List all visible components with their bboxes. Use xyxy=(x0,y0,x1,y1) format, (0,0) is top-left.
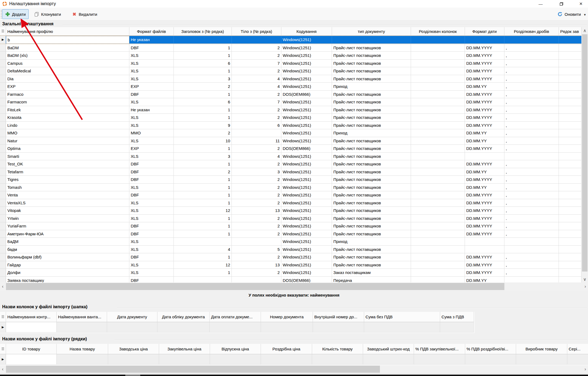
table-cell[interactable]: 2 xyxy=(232,253,281,261)
table-cell[interactable]: Прайс-лист поставщиков xyxy=(332,207,411,215)
table-cell[interactable] xyxy=(411,129,465,137)
table-cell[interactable]: DD.MM.YYYY xyxy=(465,269,504,277)
table-cell[interactable]: Windows(1251) xyxy=(281,83,332,91)
table-cell[interactable] xyxy=(559,261,581,269)
table-cell[interactable] xyxy=(411,36,465,44)
table-cell[interactable]: DD.MM.YY xyxy=(465,137,504,145)
table-cell[interactable]: Windows(1251) xyxy=(281,253,332,261)
table-cell[interactable]: 2 xyxy=(232,160,281,168)
profiles-grid-hscrollbar[interactable]: ‹ › xyxy=(0,282,588,291)
table-cell[interactable]: 4 xyxy=(232,153,281,161)
row-indicator[interactable] xyxy=(0,91,6,98)
table-cell[interactable]: Windows(1251) xyxy=(281,67,332,75)
table-cell[interactable] xyxy=(411,98,465,106)
table-row[interactable]: FarmacoDBF12DOS(OEM866)Прайс-лист постав… xyxy=(0,91,581,98)
column-header[interactable]: Тіло з (№ рядка) xyxy=(232,27,281,36)
table-cell[interactable] xyxy=(411,191,465,199)
table-cell[interactable]: Прайс-лист поставщиков xyxy=(332,230,411,238)
table-row[interactable]: Заявка поставщикуDBFDOS(OEM866)ПередачаD… xyxy=(0,277,581,283)
table-cell[interactable]: MMO xyxy=(6,129,129,137)
table-cell[interactable]: Приход xyxy=(332,238,411,246)
table-cell[interactable]: DBF xyxy=(129,168,174,176)
table-cell[interactable]: XLS xyxy=(129,75,174,83)
table-cell[interactable]: Campus xyxy=(6,60,129,67)
table-cell[interactable] xyxy=(232,36,281,44)
table-row[interactable]: TigresDBF12Windows(1251)Прайс-лист поста… xyxy=(0,176,581,184)
row-indicator[interactable] xyxy=(0,137,6,145)
table-cell[interactable]: XLS xyxy=(129,238,174,246)
row-indicator[interactable] xyxy=(0,269,6,277)
table-cell[interactable]: 1 xyxy=(174,215,232,223)
table-row[interactable]: BaDMDBF12Windows(1251)Прайс-лист поставщ… xyxy=(0,44,581,52)
table-cell[interactable]: Windows(1251) xyxy=(281,36,332,44)
table-cell[interactable]: Прайс-лист поставщиков xyxy=(332,176,411,184)
column-header[interactable]: Формат файлів xyxy=(129,27,174,36)
table-cell[interactable] xyxy=(559,91,581,98)
table-cell[interactable]: DD.MM.YY xyxy=(465,168,504,176)
column-header[interactable]: Назва товару xyxy=(57,344,108,354)
table-cell[interactable]: DeltaMedical xyxy=(6,67,129,75)
table-row[interactable]: FarmacomXLS67Windows(1251)Прайс-лист пос… xyxy=(0,98,581,106)
table-cell[interactable]: DD.MM.YY xyxy=(465,129,504,137)
table-cell[interactable]: Smarti xyxy=(6,153,129,161)
table-cell[interactable]: Windows(1251) xyxy=(281,184,332,192)
table-cell[interactable]: DD.MM.YYYY xyxy=(465,160,504,168)
table-cell[interactable] xyxy=(157,322,210,332)
table-cell[interactable]: EXP xyxy=(129,83,174,91)
row-indicator[interactable] xyxy=(0,160,6,168)
table-cell[interactable]: Windows(1251) xyxy=(281,191,332,199)
column-header[interactable]: Дата документу xyxy=(107,312,157,322)
table-cell[interactable]: , xyxy=(504,129,559,137)
table-row[interactable]: VentaXLSXLS12Windows(1251)Прайс-лист пос… xyxy=(0,199,581,207)
table-cell[interactable]: Windows(1251) xyxy=(281,137,332,145)
table-cell[interactable]: Прайс-лист поставщиков xyxy=(332,246,411,254)
table-cell[interactable]: , xyxy=(504,199,559,207)
refresh-dropdown-caret[interactable]: ▼ xyxy=(583,13,586,16)
table-cell[interactable]: 1 xyxy=(174,52,232,60)
grid-indicator-header[interactable] xyxy=(0,312,6,322)
row-indicator[interactable] xyxy=(0,246,6,254)
table-cell[interactable]: , xyxy=(504,207,559,215)
table-cell[interactable]: 2 xyxy=(232,215,281,223)
table-cell[interactable]: Прайс-лист поставщиков xyxy=(332,261,411,269)
table-cell[interactable] xyxy=(411,44,465,52)
row-indicator[interactable] xyxy=(0,44,6,52)
table-cell[interactable] xyxy=(261,354,312,365)
table-cell[interactable] xyxy=(411,269,465,277)
table-cell[interactable]: Не указан xyxy=(129,106,174,114)
table-cell[interactable] xyxy=(414,354,465,365)
table-cell[interactable] xyxy=(313,322,364,332)
table-cell[interactable]: Заказ поставщикам xyxy=(332,269,411,277)
table-cell[interactable]: 5 xyxy=(232,246,281,254)
table-cell[interactable]: DD.MM.YYYY xyxy=(465,67,504,75)
row-indicator[interactable] xyxy=(0,153,6,161)
table-cell[interactable] xyxy=(174,238,232,246)
table-cell[interactable] xyxy=(6,322,57,332)
column-header[interactable]: % ПДВ закупівельної... xyxy=(414,344,465,354)
table-cell[interactable]: 12 xyxy=(174,207,232,215)
column-header[interactable]: Розділювач дробів xyxy=(504,27,559,36)
table-cell[interactable] xyxy=(559,122,581,130)
table-cell[interactable] xyxy=(559,36,581,44)
column-header[interactable]: Внутрішній номер до... xyxy=(313,312,364,322)
table-row[interactable]: FitoLekНе указан12Windows(1251)Прайс-лис… xyxy=(0,106,581,114)
table-cell[interactable]: , xyxy=(504,191,559,199)
table-cell[interactable]: 1 xyxy=(174,44,232,52)
table-cell[interactable]: 11 xyxy=(232,137,281,145)
table-cell[interactable] xyxy=(465,238,504,246)
table-cell[interactable] xyxy=(411,222,465,230)
table-cell[interactable]: Windows(1251) xyxy=(281,230,332,238)
table-cell[interactable] xyxy=(465,36,504,44)
table-cell[interactable]: DD.MM.YYYY xyxy=(465,75,504,83)
column-header[interactable]: % ПДВ роздрібної/ві... xyxy=(465,344,516,354)
table-cell[interactable] xyxy=(411,91,465,98)
table-cell[interactable]: Прайс-лист поставщиков xyxy=(332,215,411,223)
column-header[interactable]: Рядок зав xyxy=(559,27,581,36)
table-cell[interactable] xyxy=(411,199,465,207)
maximize-button[interactable] xyxy=(555,0,568,8)
table-cell[interactable]: EXP xyxy=(129,145,174,153)
table-cell[interactable]: 1 xyxy=(174,230,232,238)
table-cell[interactable] xyxy=(159,354,210,365)
table-row[interactable]: KrasotaXLS12Windows(1251)Прайс-лист пост… xyxy=(0,114,581,122)
table-cell[interactable] xyxy=(232,129,281,137)
